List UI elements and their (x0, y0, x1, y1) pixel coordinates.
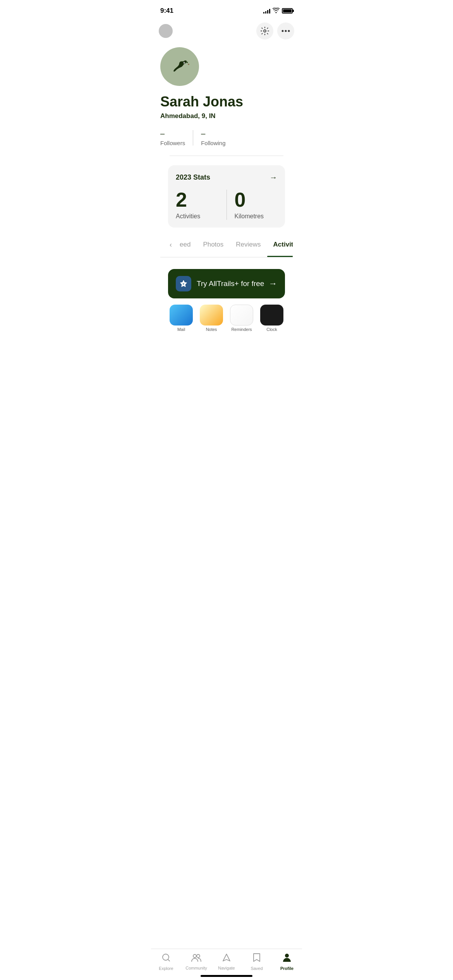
profile-section: Sarah Jonas Ahmedabad, 9, IN – Followers… (151, 43, 302, 370)
kilometres-label: Kilometres (235, 213, 278, 220)
social-stats: – Followers – Following (160, 129, 293, 146)
tab-feed[interactable]: eed (173, 237, 197, 252)
status-icons (263, 8, 293, 14)
svg-point-3 (288, 30, 290, 32)
social-divider (193, 130, 193, 146)
tab-photos[interactable]: Photos (197, 237, 230, 252)
alltrails-plus-icon: + (176, 276, 191, 291)
svg-point-2 (285, 30, 287, 32)
svg-point-0 (264, 30, 266, 32)
stats-arrow-icon[interactable]: → (269, 173, 277, 182)
tabs-border (160, 257, 293, 257)
stats-vertical-divider (226, 190, 227, 220)
app-icon-clock[interactable]: Clock (259, 305, 285, 332)
promo-left: + Try AllTrails+ for free (176, 276, 264, 291)
user-name: Sarah Jonas (160, 94, 293, 110)
stats-card-header: 2023 Stats → (176, 173, 277, 182)
svg-point-6 (184, 62, 185, 63)
kilometres-stat: 0 Kilometres (235, 190, 278, 220)
followers-label: Followers (160, 140, 185, 146)
following-count: – (201, 129, 225, 138)
stats-card: 2023 Stats → 2 Activities 0 Kilometres (168, 165, 285, 228)
tab-activities[interactable]: Activities (267, 237, 293, 252)
promo-text: Try AllTrails+ for free (197, 279, 264, 288)
stats-values: 2 Activities 0 Kilometres (176, 190, 277, 220)
activities-label: Activities (176, 213, 219, 220)
svg-point-1 (282, 30, 284, 32)
section-divider (170, 156, 283, 156)
avatar (160, 47, 199, 86)
app-icon-reminders[interactable]: Reminders (228, 305, 255, 332)
header (151, 19, 302, 43)
following-stat[interactable]: – Following (201, 129, 225, 146)
promo-banner[interactable]: + Try AllTrails+ for free → (168, 269, 285, 298)
following-label: Following (201, 140, 225, 146)
tab-reviews[interactable]: Reviews (230, 237, 267, 252)
signal-icon (263, 8, 270, 14)
user-location: Ahmedabad, 9, IN (160, 112, 293, 120)
stats-card-title: 2023 Stats (176, 173, 210, 182)
wifi-icon (273, 8, 280, 14)
battery-icon (282, 8, 293, 14)
tabs-row: ‹ eed Photos Reviews Activities › (168, 237, 285, 257)
status-bar: 9:41 (151, 0, 302, 19)
activities-value: 2 (176, 190, 219, 210)
tabs-container: ‹ eed Photos Reviews Activities › (160, 237, 293, 257)
svg-text:+: + (182, 282, 184, 286)
header-actions (256, 22, 294, 39)
activities-stat: 2 Activities (176, 190, 219, 220)
back-avatar[interactable] (159, 24, 173, 38)
tab-chevron-left[interactable]: ‹ (168, 241, 173, 249)
app-icon-mail[interactable]: Mail (168, 305, 194, 332)
promo-arrow-icon: → (269, 279, 277, 289)
followers-count: – (160, 129, 185, 138)
kilometres-value: 0 (235, 190, 278, 210)
more-button[interactable] (277, 22, 294, 39)
followers-stat[interactable]: – Followers (160, 129, 185, 146)
settings-button[interactable] (256, 22, 273, 39)
app-icons-strip: Mail Notes Reminders Clock (160, 305, 293, 332)
app-icon-notes[interactable]: Notes (198, 305, 225, 332)
status-time: 9:41 (160, 7, 173, 15)
